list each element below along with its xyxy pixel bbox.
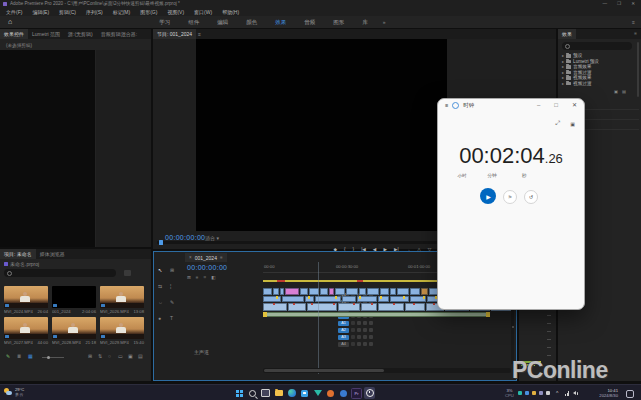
taskbar-icon-app-orange[interactable] (325, 387, 336, 399)
timeline-clip[interactable] (263, 303, 287, 311)
effects-search-input[interactable] (562, 42, 632, 50)
project-search-input[interactable] (4, 269, 116, 277)
workspace-tab-音频[interactable]: 音频 (295, 19, 324, 26)
tool-button[interactable]: ↖ (158, 267, 162, 273)
menu-item[interactable]: 窗口(W) (189, 9, 217, 15)
caret-icon[interactable]: ▸ (562, 53, 564, 58)
tool-button[interactable]: ⇔ (158, 299, 163, 305)
taskbar-icon-file-explorer[interactable] (273, 387, 284, 399)
effects-footer-icon[interactable]: ▤ (622, 89, 626, 94)
taskbar-clock[interactable]: 10:41 2024/8/30 (584, 388, 618, 398)
reset-button[interactable]: ↺ (524, 190, 538, 204)
project-toolbar-button[interactable]: ✎ (6, 353, 10, 359)
tool-button[interactable]: T (170, 315, 173, 321)
timeline-clip[interactable] (390, 296, 409, 302)
workspace-tab-库[interactable]: 库 (353, 19, 377, 26)
timeline-clip[interactable] (280, 288, 284, 295)
tray-cpu-widget[interactable]: 3% CPU (505, 388, 514, 398)
effects-folder-视频过渡[interactable]: ▸视频过渡 (558, 81, 641, 87)
timeline-clip[interactable] (263, 288, 272, 295)
menu-item[interactable]: 编辑(E) (27, 9, 54, 15)
panel-tab[interactable]: 源:(无剪辑) (64, 29, 97, 39)
project-item[interactable]: 001_20242:04:06 (52, 286, 96, 315)
program-panel-menu-icon[interactable]: ≡ (198, 31, 201, 37)
timeline-clip[interactable] (405, 303, 425, 311)
master-track-label[interactable]: 主声道 (194, 349, 209, 355)
lap-button[interactable]: ⚑ (503, 190, 517, 204)
timeline-option-icon[interactable]: ≡ (196, 275, 199, 281)
volume-icon[interactable] (573, 391, 578, 395)
timeline-clip[interactable] (342, 296, 356, 302)
taskbar-icon-clock[interactable] (364, 387, 375, 399)
panel-tab[interactable]: 效果控件 (0, 29, 28, 39)
menu-item[interactable]: 剪辑(C) (54, 9, 81, 15)
project-toolbar-button[interactable]: ▭ (118, 353, 123, 359)
timeline-clip[interactable] (288, 303, 306, 311)
timeline-option-icon[interactable]: ⌗ (204, 275, 207, 281)
menu-item[interactable]: 标记(M) (108, 9, 136, 15)
timeline-clip[interactable] (329, 288, 334, 295)
expand-icon[interactable]: ⤢ (555, 120, 560, 127)
tray-app-icon[interactable] (539, 391, 543, 395)
workspace-overflow-icon[interactable]: » (377, 19, 392, 25)
timeline-tab[interactable]: 001_2024 (195, 255, 217, 261)
clip-thumbnail[interactable] (4, 317, 48, 339)
caret-icon[interactable]: ▸ (562, 70, 564, 75)
taskbar-icon-app-teal[interactable] (312, 387, 323, 399)
weather-widget[interactable]: 29°C 多云 (3, 387, 24, 397)
menu-item[interactable]: 帮助(H) (217, 9, 244, 15)
menu-item[interactable]: 视图(V) (162, 9, 189, 15)
timeline-clip[interactable] (359, 288, 366, 295)
project-toolbar-button[interactable]: ⇅ (98, 353, 102, 359)
tray-app-icon[interactable] (546, 391, 550, 395)
clock-maximize-button[interactable]: □ (547, 102, 565, 109)
tray-chevron-icon[interactable]: ^ (556, 390, 558, 396)
sequence-thumbnail[interactable] (52, 286, 96, 308)
timeline-clip[interactable] (263, 296, 281, 302)
tool-button[interactable]: ⇆ (158, 283, 162, 289)
effects-footer-icon[interactable]: ▣ (614, 89, 618, 94)
project-item[interactable]: MVI_2024.MP426:04 (4, 286, 48, 315)
timeline-clip[interactable] (282, 296, 304, 302)
clip-thumbnail[interactable] (100, 317, 144, 339)
timeline-clip[interactable] (421, 288, 428, 295)
project-toolbar-button[interactable]: ⊞ (88, 353, 92, 359)
notification-center-icon[interactable] (626, 390, 634, 398)
taskbar-icon-app-blue[interactable] (338, 387, 349, 399)
effects-tab[interactable]: 效果 (558, 29, 576, 39)
effects-panel-menu-icon[interactable]: ≡ (634, 31, 641, 37)
panel-tab[interactable]: 音频剪辑混合器: (97, 29, 141, 39)
caret-icon[interactable]: ▸ (562, 75, 564, 80)
project-item[interactable]: MVI_2028.MP421:18 (52, 317, 96, 346)
timeline-panel-menu-icon[interactable]: ≡ (220, 255, 223, 261)
project-view-icon[interactable] (124, 270, 131, 276)
compact-overlay-icon[interactable]: ▣ (570, 121, 575, 127)
workspace-tab-颜色[interactable]: 颜色 (237, 19, 266, 26)
project-item[interactable]: MVI_2029.MP415:40 (100, 317, 144, 346)
panel-tab[interactable]: 项目: 未命名 (0, 249, 36, 259)
timeline-clip[interactable] (338, 303, 360, 311)
caret-icon[interactable]: ▸ (562, 81, 564, 86)
taskbar-icon-search[interactable] (247, 387, 258, 399)
workspace-tab-学习[interactable]: 学习 (150, 19, 179, 26)
menu-item[interactable]: 图形(G) (135, 9, 162, 15)
taskbar-icon-start[interactable] (234, 387, 245, 399)
caret-icon[interactable]: ▸ (562, 59, 564, 64)
timeline-clip[interactable] (346, 288, 358, 295)
menu-item[interactable]: 文件(F) (1, 9, 27, 15)
clip-thumbnail[interactable] (4, 286, 48, 308)
project-toolbar-button[interactable]: ▤ (138, 353, 143, 359)
clock-minimize-button[interactable]: – (530, 102, 547, 109)
effects-scrollbar[interactable] (637, 42, 639, 97)
timeline-option-icon[interactable]: ◧ (211, 275, 215, 281)
project-toolbar-button[interactable]: ○ (108, 353, 111, 359)
clip-thumbnail[interactable] (100, 286, 144, 308)
caret-icon[interactable]: ▸ (562, 64, 564, 69)
home-icon[interactable]: ⌂ (0, 18, 20, 26)
timeline-clip[interactable] (335, 288, 345, 295)
workspace-tab-图形[interactable]: 图形 (324, 19, 353, 26)
timeline-option-icon[interactable]: ⊞ (187, 275, 191, 281)
timeline-clip[interactable] (410, 288, 420, 295)
audio-clip-long[interactable] (263, 312, 490, 317)
project-item[interactable]: MVI_2026.MP413:08 (100, 286, 144, 315)
